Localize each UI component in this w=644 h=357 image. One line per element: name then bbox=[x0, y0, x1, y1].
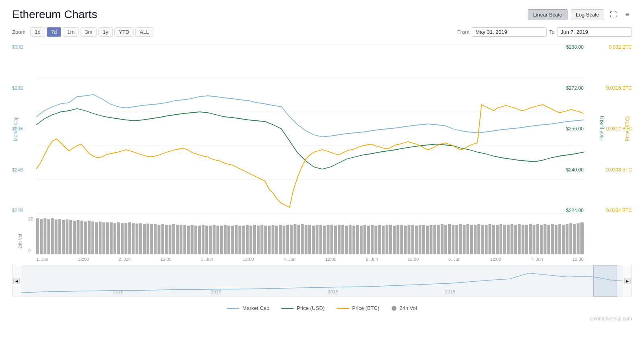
legend-24h-vol: 24h Vol bbox=[392, 305, 417, 311]
svg-rect-99 bbox=[367, 226, 370, 254]
svg-rect-50 bbox=[187, 226, 190, 254]
svg-rect-75 bbox=[279, 225, 282, 254]
x-label-1200-6: 12:00 bbox=[490, 257, 502, 262]
x-label-1200-4: 12:00 bbox=[325, 257, 336, 262]
zoom-1d[interactable]: 1d bbox=[30, 27, 45, 37]
svg-rect-123 bbox=[455, 225, 458, 254]
page-title: Ethereum Charts bbox=[12, 8, 97, 21]
mini-year-2018: 2018 bbox=[328, 289, 339, 294]
svg-rect-109 bbox=[404, 226, 407, 254]
svg-rect-110 bbox=[408, 225, 411, 254]
svg-rect-143 bbox=[529, 224, 532, 254]
svg-rect-61 bbox=[227, 226, 230, 254]
legend-24h-vol-dot bbox=[392, 306, 396, 311]
svg-rect-89 bbox=[330, 225, 333, 254]
svg-rect-105 bbox=[389, 225, 392, 254]
svg-rect-81 bbox=[301, 224, 304, 254]
zoom-1y[interactable]: 1y bbox=[98, 27, 113, 37]
svg-rect-33 bbox=[124, 223, 127, 254]
svg-rect-34 bbox=[128, 222, 131, 254]
from-date-input[interactable] bbox=[472, 27, 547, 37]
x-label-1200-5: 12:00 bbox=[408, 257, 419, 262]
svg-rect-83 bbox=[308, 225, 311, 254]
zoom-7d[interactable]: 7d bbox=[47, 27, 61, 37]
svg-rect-44 bbox=[165, 225, 168, 254]
svg-rect-125 bbox=[463, 225, 466, 254]
svg-rect-55 bbox=[205, 226, 208, 254]
svg-rect-136 bbox=[503, 225, 506, 254]
legend-price-btc-line bbox=[337, 308, 349, 309]
svg-rect-54 bbox=[202, 225, 204, 254]
svg-rect-19 bbox=[73, 221, 76, 254]
svg-rect-22 bbox=[84, 221, 87, 254]
svg-rect-36 bbox=[136, 224, 138, 255]
svg-rect-144 bbox=[533, 225, 535, 254]
svg-rect-153 bbox=[566, 224, 568, 254]
svg-rect-90 bbox=[334, 226, 337, 254]
svg-rect-78 bbox=[290, 225, 293, 254]
vol-y-8b: 8B bbox=[28, 217, 33, 221]
mini-chart-inner: 2016 2017 2018 2019 bbox=[21, 265, 623, 297]
svg-rect-139 bbox=[514, 225, 517, 254]
svg-rect-157 bbox=[580, 222, 584, 254]
svg-rect-102 bbox=[378, 225, 381, 254]
svg-rect-155 bbox=[573, 224, 576, 254]
svg-rect-120 bbox=[444, 225, 447, 254]
mini-scroll-left-button[interactable]: ◄ bbox=[13, 278, 20, 284]
y-left-28b: $28B bbox=[12, 85, 36, 91]
svg-rect-98 bbox=[363, 225, 366, 254]
linear-scale-button[interactable]: Linear Scale bbox=[528, 9, 567, 20]
legend-price-btc-label: Price (BTC) bbox=[352, 305, 380, 311]
svg-rect-146 bbox=[540, 225, 543, 254]
legend-market-cap-line bbox=[227, 308, 239, 309]
svg-rect-56 bbox=[209, 226, 212, 254]
svg-rect-10 bbox=[40, 219, 43, 254]
svg-rect-48 bbox=[180, 225, 182, 254]
mini-chart-container[interactable]: ◄ ► 2016 2017 2018 2019 bbox=[12, 265, 632, 297]
svg-rect-76 bbox=[283, 226, 285, 254]
svg-rect-140 bbox=[518, 224, 521, 254]
svg-rect-97 bbox=[360, 226, 363, 254]
fullscreen-button[interactable]: ⛶ bbox=[607, 9, 619, 21]
svg-rect-147 bbox=[544, 224, 547, 254]
svg-rect-152 bbox=[562, 225, 565, 254]
zoom-1m[interactable]: 1m bbox=[63, 27, 79, 37]
svg-rect-113 bbox=[419, 225, 421, 254]
svg-rect-121 bbox=[448, 224, 451, 254]
svg-rect-92 bbox=[341, 225, 344, 254]
svg-rect-67 bbox=[250, 226, 252, 254]
svg-rect-148 bbox=[547, 225, 550, 254]
svg-rect-41 bbox=[154, 224, 157, 254]
to-date-input[interactable] bbox=[557, 27, 632, 37]
log-scale-button[interactable]: Log Scale bbox=[571, 9, 605, 20]
to-label: To bbox=[549, 29, 555, 35]
svg-rect-79 bbox=[293, 224, 296, 254]
zoom-3m[interactable]: 3m bbox=[80, 27, 97, 37]
x-label-2jun: 2. Jun bbox=[119, 257, 131, 262]
svg-rect-151 bbox=[558, 224, 561, 254]
svg-rect-77 bbox=[286, 225, 289, 254]
svg-rect-60 bbox=[224, 225, 227, 254]
x-label-7jun: 7. Jun bbox=[531, 257, 543, 262]
svg-rect-30 bbox=[114, 223, 116, 254]
menu-button[interactable]: ≡ bbox=[623, 9, 632, 21]
zoom-ytd[interactable]: YTD bbox=[114, 27, 134, 37]
mini-scroll-right-button[interactable]: ► bbox=[624, 278, 631, 284]
zoom-all[interactable]: ALL bbox=[135, 27, 153, 37]
y-right-usd-240: $240.00 bbox=[566, 167, 584, 173]
svg-rect-71 bbox=[264, 226, 267, 254]
svg-rect-15 bbox=[58, 219, 61, 254]
svg-rect-66 bbox=[246, 225, 249, 254]
svg-rect-20 bbox=[76, 220, 79, 254]
x-label-1200-2: 12:00 bbox=[160, 257, 171, 262]
svg-rect-95 bbox=[353, 226, 355, 254]
svg-rect-14 bbox=[55, 219, 58, 254]
svg-rect-118 bbox=[437, 225, 440, 254]
svg-rect-149 bbox=[551, 224, 554, 254]
from-label: From bbox=[457, 29, 469, 35]
svg-rect-49 bbox=[183, 225, 186, 254]
svg-rect-69 bbox=[257, 226, 260, 254]
x-label-1200-3: 12:00 bbox=[243, 257, 254, 262]
svg-rect-131 bbox=[485, 225, 487, 254]
svg-rect-27 bbox=[102, 222, 105, 254]
